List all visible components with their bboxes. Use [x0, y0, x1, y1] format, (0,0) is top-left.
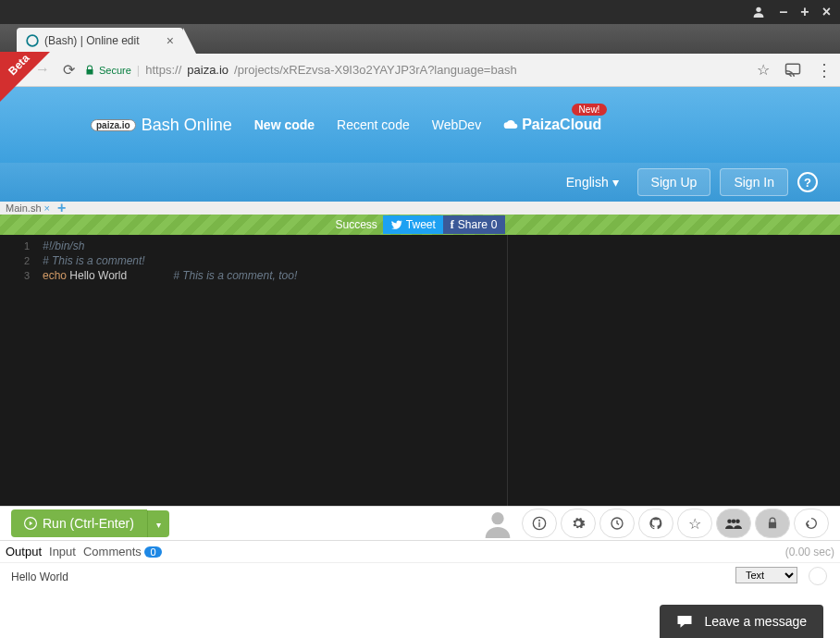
svg-marker-6 [30, 521, 32, 526]
svg-point-13 [732, 520, 736, 524]
code-text: Hello World [67, 269, 127, 282]
tab-comments[interactable]: Comments 0 [83, 545, 162, 558]
status-bar: Success Tweet f Share 0 [0, 215, 840, 235]
github-icon[interactable] [638, 509, 673, 538]
file-tab-close-icon[interactable]: × [44, 202, 50, 214]
file-tab[interactable]: Main.sh × [6, 202, 50, 214]
run-button[interactable]: Run (Ctrl-Enter) [11, 509, 147, 537]
editor-ruler [507, 235, 508, 506]
window-titlebar: – + × [0, 0, 840, 24]
svg-point-1 [27, 35, 38, 46]
history-icon[interactable] [599, 509, 635, 538]
help-icon[interactable]: ? [797, 172, 818, 192]
chat-label: Leave a message [704, 614, 807, 629]
tab-output[interactable]: Output [6, 545, 42, 558]
tab-input[interactable]: Input [49, 545, 76, 558]
user-icon[interactable] [751, 5, 766, 19]
cast-icon[interactable] [784, 62, 801, 79]
line-gutter: 123 [0, 235, 37, 506]
run-label: Run (Ctrl-Enter) [43, 516, 134, 531]
maximize-icon[interactable]: + [800, 4, 809, 20]
minimize-icon[interactable]: – [779, 4, 787, 20]
user-avatar-icon[interactable] [483, 509, 513, 538]
refresh-icon[interactable] [809, 567, 827, 585]
sign-in-button[interactable]: Sign In [720, 168, 788, 196]
url-path: /projects/xREzvsa-X9I3o2YAYJP3rA?languag… [234, 63, 517, 77]
logo-badge: paiza.io [91, 119, 136, 131]
paizacloud-label: PaizaCloud [522, 117, 601, 133]
browser-tab[interactable]: (Bash) | Online edit × [17, 28, 183, 54]
nav-paizacloud[interactable]: PaizaCloud New! [503, 117, 601, 133]
users-icon[interactable] [716, 509, 751, 538]
chevron-down-icon: ▾ [612, 175, 619, 190]
cloud-icon [503, 117, 518, 132]
lock-icon [84, 65, 95, 76]
svg-rect-2 [786, 64, 800, 74]
code-line: #!/bin/sh [43, 239, 84, 252]
language-dropdown[interactable]: English ▾ [557, 169, 628, 195]
favicon-icon [26, 34, 39, 47]
svg-point-7 [491, 512, 503, 524]
nav-new-code[interactable]: New code [254, 117, 315, 132]
browser-toolbar: ← → ⟳ Secure | https://paiza.io/projects… [0, 54, 840, 87]
add-file-button[interactable]: + [57, 200, 66, 216]
chat-widget[interactable]: Leave a message [660, 605, 823, 638]
sign-up-button[interactable]: Sign Up [637, 168, 711, 196]
secure-label: Secure [99, 65, 131, 76]
tweet-label: Tweet [406, 218, 436, 231]
close-icon[interactable]: × [822, 4, 831, 20]
browser-tab-strip: (Bash) | Online edit × [0, 24, 840, 54]
run-dropdown[interactable]: ▾ [147, 510, 169, 537]
svg-point-12 [727, 520, 732, 524]
output-format-select[interactable]: Text [735, 567, 797, 583]
site-header: paiza.io Bash Online New code Recent cod… [0, 87, 840, 163]
play-icon [24, 517, 37, 530]
code-keyword: echo [43, 269, 67, 282]
share-icon[interactable] [794, 509, 829, 538]
menu-icon[interactable]: ⋮ [816, 60, 833, 80]
file-tab-label: Main.sh [6, 202, 42, 214]
gear-icon[interactable] [561, 509, 596, 538]
page-title: Bash Online [142, 116, 232, 135]
execution-time: (0.00 sec) [785, 546, 834, 558]
tab-title: (Bash) | Online edit [44, 34, 140, 47]
secure-indicator: Secure [84, 65, 131, 76]
reload-icon[interactable]: ⟳ [63, 61, 75, 79]
facebook-icon: f [451, 218, 454, 232]
code-content[interactable]: #!/bin/sh # This is a comment! echo Hell… [37, 235, 840, 506]
chevron-down-icon: ▾ [156, 520, 161, 530]
output-tabs: Output Input Comments 0 (0.00 sec) [0, 541, 840, 563]
info-icon[interactable] [522, 509, 557, 538]
site-header-secondary: English ▾ Sign Up Sign In ? [0, 163, 840, 202]
new-badge: New! [572, 104, 608, 116]
beta-ribbon: Beta [0, 52, 50, 105]
code-line: # This is a comment! [43, 254, 145, 267]
star-icon[interactable]: ☆ [757, 61, 770, 79]
tweet-button[interactable]: Tweet [383, 215, 443, 234]
site-logo[interactable]: paiza.io Bash Online [91, 116, 232, 135]
comment-count-badge: 0 [144, 546, 161, 558]
status-label: Success [335, 218, 377, 231]
svg-point-14 [735, 520, 740, 524]
chat-icon [676, 614, 693, 629]
svg-rect-10 [538, 522, 539, 527]
fb-share-button[interactable]: f Share 0 [443, 215, 505, 234]
share-count: 0 [491, 218, 498, 231]
svg-point-9 [538, 520, 540, 521]
code-editor[interactable]: 123 #!/bin/sh # This is a comment! echo … [0, 235, 840, 506]
share-label: Share [458, 218, 488, 231]
url-domain: paiza.io [187, 63, 229, 77]
file-tab-bar: Main.sh × + [0, 202, 840, 215]
nav-recent-code[interactable]: Recent code [337, 117, 410, 132]
nav-webdev[interactable]: WebDev [432, 117, 481, 132]
lock-icon[interactable] [755, 509, 790, 538]
tab-close-icon[interactable]: × [167, 33, 174, 48]
twitter-icon [390, 219, 402, 231]
star-icon[interactable]: ☆ [677, 509, 712, 538]
svg-point-0 [757, 7, 761, 12]
url-scheme: https:// [145, 63, 181, 77]
code-comment: # This is a comment, too! [173, 269, 297, 282]
output-text: Hello World [11, 571, 829, 583]
address-bar[interactable]: Secure | https://paiza.io/projects/xREzv… [84, 63, 747, 77]
editor-toolbar: Run (Ctrl-Enter) ▾ ☆ [0, 506, 840, 541]
